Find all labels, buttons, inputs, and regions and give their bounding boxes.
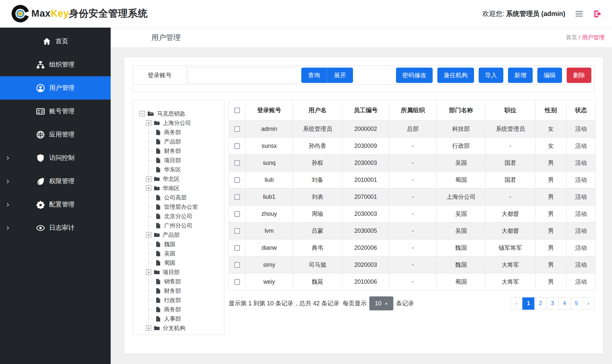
sidebar-item-home[interactable]: 首页 xyxy=(0,30,111,53)
query-button[interactable]: 查询 xyxy=(301,68,327,83)
change-password-button[interactable]: 密码修改 xyxy=(396,68,433,83)
expand-icon[interactable]: + xyxy=(146,232,151,237)
tree-node[interactable]: 产品部 xyxy=(149,137,222,146)
prev-page-button[interactable]: ‹ xyxy=(510,297,523,310)
eye-icon xyxy=(36,224,45,232)
tree-node[interactable]: +分支机构 xyxy=(149,323,222,333)
tree-node[interactable]: 行政部 xyxy=(149,295,222,305)
add-button[interactable]: 新增 xyxy=(508,68,533,83)
tree-node-label: 商务部 xyxy=(164,129,181,136)
import-button[interactable]: 导入 xyxy=(479,68,503,83)
expand-icon[interactable]: + xyxy=(146,325,151,331)
tree-node[interactable]: 蜀国 xyxy=(149,258,222,267)
table-row: lvm吕蒙2030005-吴国大都督男活动 xyxy=(229,222,596,239)
tree-node[interactable]: 公司高层 xyxy=(149,193,222,202)
breadcrumb-separator: / xyxy=(579,34,581,41)
tree-node[interactable]: +产品部 xyxy=(149,230,222,239)
tree-node-label: 魏国 xyxy=(164,240,175,248)
tree-node-label: 蜀国 xyxy=(164,259,175,267)
cell-employee_id: 2030005 xyxy=(342,222,389,239)
row-checkbox[interactable] xyxy=(234,160,240,166)
concurrent-position-button[interactable]: 兼任机构 xyxy=(437,68,474,83)
sidebar-item-org[interactable]: 组织管理 xyxy=(0,53,111,76)
expand-icon[interactable]: + xyxy=(146,176,151,182)
page-button-3[interactable]: 3 xyxy=(546,297,559,310)
login-account-input[interactable] xyxy=(188,68,301,83)
tree-node[interactable]: 财务部 xyxy=(149,146,222,156)
cell-organization: - xyxy=(389,273,437,290)
edit-button[interactable]: 编辑 xyxy=(537,68,562,83)
tree-connector xyxy=(149,170,153,170)
delete-button[interactable]: 删除 xyxy=(567,68,591,83)
row-checkbox[interactable] xyxy=(234,279,240,285)
tree-node[interactable]: 商务部 xyxy=(149,128,222,137)
row-checkbox[interactable] xyxy=(234,177,240,183)
page-size-dropdown[interactable]: 10 ▲ xyxy=(369,296,393,310)
sidebar-item-access[interactable]: ›访问控制 xyxy=(0,146,111,170)
tree-node[interactable]: −马克思钥匙 xyxy=(140,109,222,118)
row-checkbox[interactable] xyxy=(234,211,240,217)
menu-icon[interactable] xyxy=(575,9,584,18)
sidebar-item-account[interactable]: 账号管理 xyxy=(0,100,111,123)
select-all-checkbox[interactable] xyxy=(234,108,240,113)
tree-node[interactable]: 广州分公司 xyxy=(149,221,222,230)
folder-icon xyxy=(154,176,160,182)
tree-node[interactable]: 销售部 xyxy=(149,277,222,286)
row-checkbox[interactable] xyxy=(234,143,240,149)
tree-node-label: 人事部 xyxy=(164,315,181,323)
expand-icon[interactable]: + xyxy=(146,269,151,275)
tree-node[interactable]: 魏国 xyxy=(149,239,222,249)
row-checkbox[interactable] xyxy=(234,228,240,234)
page-button-5[interactable]: 5 xyxy=(570,297,583,310)
cell-status: 活动 xyxy=(567,239,596,256)
table-row: zhouy周瑜2030003-吴国大都督男活动 xyxy=(229,205,596,222)
sidebar-menu: 首页组织管理用户管理账号管理应用管理›访问控制›权限管理›配置管理›日志审计 xyxy=(0,28,111,364)
tree-connector xyxy=(149,225,153,226)
file-icon xyxy=(155,167,161,173)
row-checkbox[interactable] xyxy=(234,194,240,200)
tree-node[interactable]: 人事部 xyxy=(149,314,222,323)
tree-connector xyxy=(149,309,153,310)
per-page-unit: 条记录 xyxy=(396,299,414,307)
folder-icon xyxy=(154,120,160,126)
tree-node[interactable]: +上海分公司 xyxy=(149,118,222,128)
expand-button[interactable]: 展开 xyxy=(327,68,353,83)
tree-node[interactable]: +华南区 xyxy=(149,183,222,193)
page-button-4[interactable]: 4 xyxy=(558,297,571,310)
tree-node[interactable]: 北京分公司 xyxy=(149,211,222,221)
sidebar-item-app[interactable]: 应用管理 xyxy=(0,123,111,146)
row-checkbox[interactable] xyxy=(234,262,240,268)
tree-node[interactable]: 华东区 xyxy=(149,165,222,174)
signout-icon[interactable] xyxy=(593,9,602,18)
sidebar-item-log[interactable]: ›日志审计 xyxy=(0,216,111,239)
tree-node[interactable]: +项目部 xyxy=(149,267,222,277)
tree-node[interactable]: +华北区 xyxy=(149,174,222,183)
expand-icon[interactable]: + xyxy=(146,185,151,191)
row-checkbox[interactable] xyxy=(234,126,240,132)
page-button-2[interactable]: 2 xyxy=(534,297,547,310)
cell-username: 魏延 xyxy=(293,273,342,290)
cell-department: 魏国 xyxy=(437,239,486,256)
page-size-value: 10 xyxy=(375,300,382,307)
tree-node-label: 产品部 xyxy=(163,231,180,239)
breadcrumb-home-link[interactable]: 首页 xyxy=(566,34,577,41)
expand-icon[interactable]: + xyxy=(146,120,151,126)
table-row: simy司马懿2020003-魏国大将军男活动 xyxy=(229,256,596,273)
tree-node[interactable]: 项目部 xyxy=(149,156,222,165)
sidebar-item-config[interactable]: ›配置管理 xyxy=(0,193,111,216)
tree-node-label: 上海分公司 xyxy=(163,119,191,127)
collapse-icon[interactable]: − xyxy=(140,111,145,116)
brand: MaxKey身份安全管理系统 xyxy=(11,5,148,23)
cell-employee_id: 2070001 xyxy=(342,188,389,205)
sidebar-item-perm[interactable]: ›权限管理 xyxy=(0,170,111,193)
tree-node[interactable]: 吴国 xyxy=(149,249,222,258)
tree-node-label: 广州分公司 xyxy=(164,222,192,229)
tree-node[interactable]: 商务部 xyxy=(149,305,222,314)
sidebar-item-user[interactable]: 用户管理 xyxy=(0,76,111,100)
row-checkbox[interactable] xyxy=(234,245,240,251)
select-all-header xyxy=(229,100,246,121)
tree-node[interactable]: 管理层办公室 xyxy=(149,202,222,211)
tree-node[interactable]: 财务部 xyxy=(149,286,222,295)
page-button-1[interactable]: 1 xyxy=(522,297,535,310)
next-page-button[interactable]: › xyxy=(582,297,595,310)
